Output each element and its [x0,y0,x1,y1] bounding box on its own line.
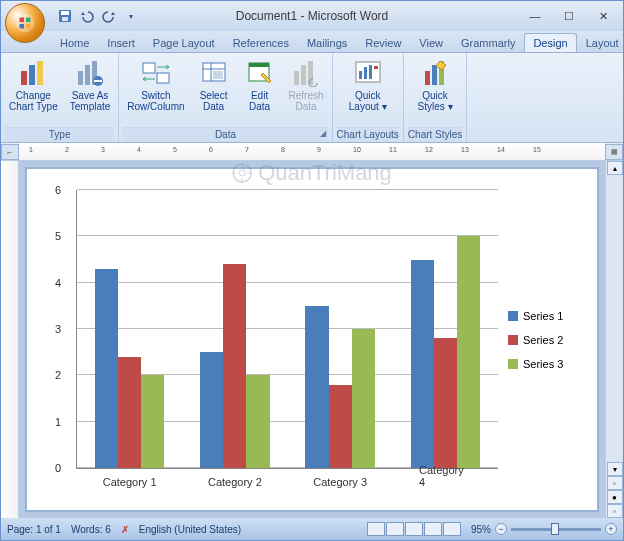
ruler-tick: 7 [245,146,249,153]
group-label-chart-layouts: Chart Layouts [337,127,399,142]
svg-rect-3 [20,24,25,29]
svg-rect-32 [425,71,430,85]
minimize-button[interactable]: — [527,8,543,24]
tab-review[interactable]: Review [356,33,410,52]
tab-page-layout[interactable]: Page Layout [144,33,224,52]
tab-home[interactable]: Home [51,33,98,52]
legend-item[interactable]: Series 1 [508,310,588,322]
refresh-icon [290,57,322,89]
bar[interactable] [246,375,269,468]
tab-layout[interactable]: Layout [577,33,624,52]
bar[interactable] [457,236,480,468]
chart-object[interactable]: 0123456Category 1Category 2Category 3Cat… [35,181,589,498]
tab-grammarly[interactable]: Grammarly [452,33,524,52]
ruler-toggle-button[interactable]: ▦ [605,144,623,160]
select-data-button[interactable]: Select Data [193,55,235,114]
proofing-icon[interactable]: ✗ [121,524,129,535]
bar[interactable] [411,260,434,469]
svg-rect-25 [301,65,306,85]
bar[interactable] [141,375,164,468]
y-axis-tick: 1 [55,416,61,428]
qat-customize-icon[interactable]: ▾ [123,8,139,24]
status-words[interactable]: Words: 6 [71,524,111,535]
draft-view-button[interactable] [443,522,461,536]
maximize-button[interactable]: ☐ [561,8,577,24]
quick-layout-button[interactable]: Quick Layout ▾ [345,55,391,114]
save-as-template-button[interactable]: Save As Template [66,55,115,114]
tab-design[interactable]: Design [524,33,576,52]
edit-data-button[interactable]: Edit Data [239,55,281,114]
ruler-tick: 10 [353,146,361,153]
scroll-up-button[interactable]: ▴ [607,161,623,175]
web-layout-view-button[interactable] [405,522,423,536]
y-axis-tick: 3 [55,323,61,335]
bar[interactable] [434,338,457,468]
next-page-button[interactable]: ◦ [607,504,623,518]
bar[interactable] [305,306,328,468]
svg-rect-29 [364,67,367,79]
tab-selector-button[interactable]: ⌐ [1,144,19,160]
full-screen-view-button[interactable] [386,522,404,536]
group-label-data: Data◢ [123,127,327,142]
bar[interactable] [95,269,118,468]
close-button[interactable]: ✕ [595,8,611,24]
status-page[interactable]: Page: 1 of 1 [7,524,61,535]
group-chart-styles: Quick Styles ▾ Chart Styles [404,53,467,142]
ruler-tick: 2 [65,146,69,153]
svg-rect-21 [213,71,223,79]
browse-object-button[interactable]: ● [607,490,623,504]
legend-item[interactable]: Series 3 [508,358,588,370]
svg-rect-15 [94,80,102,82]
zoom-control: 95% − + [471,523,617,535]
y-axis-tick: 4 [55,277,61,289]
switch-row-column-button[interactable]: Switch Row/Column [123,55,188,114]
group-data: Switch Row/Column Select Data Edit Data … [119,53,332,142]
print-layout-view-button[interactable] [367,522,385,536]
svg-rect-8 [21,71,27,85]
x-axis-label: Category 1 [103,476,157,488]
bar[interactable] [200,352,223,468]
change-chart-type-button[interactable]: Change Chart Type [5,55,62,114]
ribbon: Change Chart Type Save As Template Type … [1,53,623,143]
outline-view-button[interactable] [424,522,442,536]
save-icon[interactable] [57,8,73,24]
group-chart-layouts: Quick Layout ▾ Chart Layouts [333,53,404,142]
zoom-in-button[interactable]: + [605,523,617,535]
ruler-tick: 4 [137,146,141,153]
tab-insert[interactable]: Insert [98,33,144,52]
dialog-launcher-icon[interactable]: ◢ [320,129,326,138]
legend-item[interactable]: Series 2 [508,334,588,346]
template-icon [74,57,106,89]
svg-point-0 [16,14,34,32]
bar[interactable] [329,385,352,468]
scroll-down-button[interactable]: ▾ [607,462,623,476]
zoom-level[interactable]: 95% [471,524,491,535]
ruler-tick: 1 [29,146,33,153]
redo-icon[interactable] [101,8,117,24]
legend-swatch [508,311,518,321]
zoom-out-button[interactable]: − [495,523,507,535]
svg-rect-28 [359,71,362,79]
prev-page-button[interactable]: ◦ [607,476,623,490]
x-axis-label: Category 4 [419,464,472,488]
zoom-slider[interactable] [511,528,601,531]
office-button[interactable] [5,3,45,43]
undo-icon[interactable] [79,8,95,24]
svg-rect-11 [78,71,83,85]
bar[interactable] [223,264,246,468]
chart-legend: Series 1Series 2Series 3 [508,182,588,497]
ruler-tick: 8 [281,146,285,153]
vertical-scrollbar[interactable]: ▴ ▾ ◦ ● ◦ [605,161,623,518]
tab-references[interactable]: References [224,33,298,52]
tab-view[interactable]: View [410,33,452,52]
group-label-chart-styles: Chart Styles [408,127,462,142]
tab-mailings[interactable]: Mailings [298,33,356,52]
column-chart-icon [17,57,49,89]
svg-rect-33 [432,65,437,85]
quick-styles-button[interactable]: Quick Styles ▾ [414,55,457,114]
bar[interactable] [118,357,141,468]
bar[interactable] [352,329,375,468]
legend-label: Series 1 [523,310,563,322]
svg-rect-2 [26,18,31,23]
status-language[interactable]: English (United States) [139,524,241,535]
